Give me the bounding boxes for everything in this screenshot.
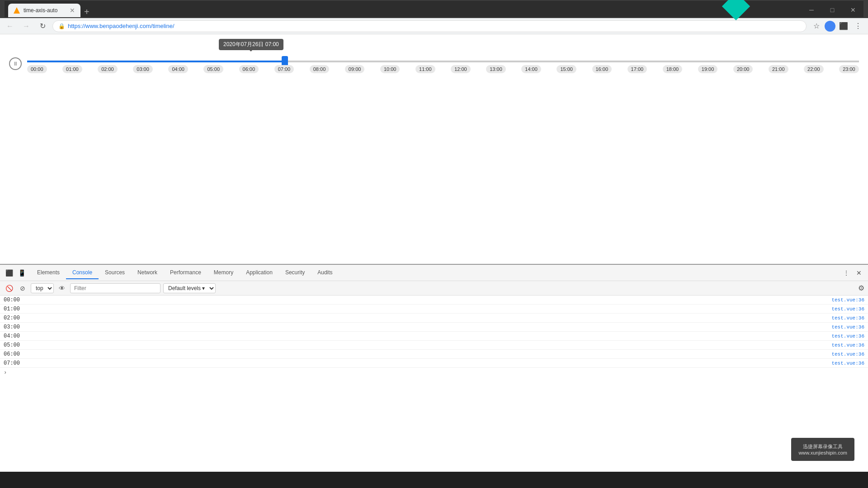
log-source[interactable]: test.vue:36: [831, 361, 864, 366]
prompt-row: ›: [0, 368, 868, 378]
active-tab[interactable]: time-axis-auto ✕: [8, 4, 80, 17]
time-label-0100: 01:00: [62, 65, 82, 73]
refresh-button[interactable]: ↻: [36, 20, 49, 33]
time-label-1700: 17:00: [627, 65, 647, 73]
time-label-0600: 06:00: [239, 65, 259, 73]
log-time: 04:00: [4, 333, 31, 339]
time-label-1900: 19:00: [698, 65, 718, 73]
log-time: 07:00: [4, 360, 31, 366]
time-label-1300: 13:00: [486, 65, 506, 73]
log-time: 05:00: [4, 342, 31, 348]
remaining-line: [285, 61, 859, 62]
clear-console-button[interactable]: 🚫: [4, 283, 14, 294]
time-label-2100: 21:00: [769, 65, 788, 73]
minimize-button[interactable]: ─: [801, 1, 822, 19]
log-row: 02:00test.vue:36: [0, 314, 868, 323]
log-row: 07:00test.vue:36: [0, 359, 868, 368]
devtools-tab-elements[interactable]: Elements: [31, 267, 66, 279]
devtools-tab-performance[interactable]: Performance: [164, 267, 208, 279]
log-time: 06:00: [4, 351, 31, 357]
device-toolbar-button[interactable]: 📱: [16, 267, 27, 278]
devtools-tail-icons: ⋮ ✕: [841, 267, 864, 278]
log-source[interactable]: test.vue:36: [831, 333, 864, 339]
devtools-panel: ⬛ 📱 ElementsConsoleSourcesNetworkPerform…: [0, 264, 868, 472]
devtools-tab-memory[interactable]: Memory: [208, 267, 240, 279]
new-tab-button[interactable]: +: [80, 7, 93, 17]
time-label-1200: 12:00: [451, 65, 471, 73]
devtools-tab-sources[interactable]: Sources: [99, 267, 131, 279]
level-select[interactable]: Default levels ▾: [163, 283, 216, 293]
play-pause-icon: ⏸: [13, 61, 18, 67]
timeline-area: 2020年07月26日 07:00 ⏸ 00:0001:0002:0003:00…: [0, 34, 868, 84]
devtools-more-button[interactable]: ⋮: [841, 267, 852, 278]
tab-favicon: [14, 7, 20, 14]
tab-close-button[interactable]: ✕: [70, 7, 75, 14]
timeline-tooltip: 2020年07月26日 07:00: [219, 39, 283, 50]
play-pause-button[interactable]: ⏸: [9, 57, 22, 70]
timeline-track[interactable]: 00:0001:0002:0003:0004:0005:0006:0007:00…: [27, 52, 859, 75]
time-label-0500: 05:00: [203, 65, 223, 73]
bookmark-button[interactable]: ☆: [810, 20, 823, 33]
devtools-tab-network[interactable]: Network: [131, 267, 164, 279]
log-time: 01:00: [4, 306, 31, 312]
time-label-0300: 03:00: [133, 65, 153, 73]
devtools-tab-audits[interactable]: Audits: [311, 267, 339, 279]
console-settings-button[interactable]: ⚙: [858, 284, 864, 292]
url-text: https://www.benpaodehenji.com/timeline/: [68, 23, 175, 29]
log-time: 02:00: [4, 315, 31, 321]
prompt-arrow: ›: [4, 370, 7, 376]
profile-avatar[interactable]: [825, 21, 835, 32]
context-select[interactable]: top: [31, 283, 54, 293]
log-source[interactable]: test.vue:36: [831, 315, 864, 321]
console-filter-button[interactable]: ⊘: [17, 283, 28, 294]
log-source[interactable]: test.vue:36: [831, 352, 864, 357]
inspect-button[interactable]: ⬛: [4, 267, 14, 278]
log-source[interactable]: test.vue:36: [831, 324, 864, 330]
watermark-diamond: [726, 0, 746, 16]
tab-title: time-axis-auto: [24, 7, 57, 14]
close-button[interactable]: ✕: [843, 1, 863, 19]
log-time: 00:00: [4, 297, 31, 303]
url-bar[interactable]: 🔒 https://www.benpaodehenji.com/timeline…: [52, 20, 807, 32]
log-source[interactable]: test.vue:36: [831, 343, 864, 348]
time-label-2300: 23:00: [839, 65, 859, 73]
devtools-tabs-list: ElementsConsoleSourcesNetworkPerformance…: [31, 267, 339, 279]
window-controls: ─ □ ✕: [801, 1, 863, 19]
devtools-close-button[interactable]: ✕: [854, 267, 864, 278]
watermark-overlay: 迅捷屏幕录像工具 www.xunjieshipin.com: [791, 438, 854, 461]
log-row: 03:00test.vue:36: [0, 323, 868, 332]
filter-input[interactable]: [70, 283, 160, 293]
log-rows-container: 00:00test.vue:3601:00test.vue:3602:00tes…: [0, 296, 868, 368]
forward-button[interactable]: →: [20, 20, 33, 33]
devtools-left-icons: ⬛ 📱: [4, 267, 27, 278]
eye-button[interactable]: 👁: [57, 283, 67, 294]
log-row: 05:00test.vue:36: [0, 341, 868, 350]
extensions-button[interactable]: ⬛: [837, 20, 850, 33]
toolbar-icons: ☆ ⬛ ⋮: [810, 20, 864, 33]
back-button[interactable]: ←: [4, 20, 16, 33]
maximize-button[interactable]: □: [822, 1, 843, 19]
log-source[interactable]: test.vue:36: [831, 306, 864, 312]
time-label-1600: 16:00: [592, 65, 612, 73]
watermark-line2: www.xunjieshipin.com: [798, 450, 847, 455]
time-label-2000: 20:00: [733, 65, 753, 73]
time-label-2200: 22:00: [804, 65, 824, 73]
time-label-0000: 00:00: [27, 65, 47, 73]
time-label-1500: 15:00: [557, 65, 576, 73]
tooltip-text: 2020年07月26日 07:00: [223, 41, 279, 47]
console-toolbar: 🚫 ⊘ top 👁 Default levels ▾ ⚙: [0, 281, 868, 296]
page-content: 2020年07月26日 07:00 ⏸ 00:0001:0002:0003:00…: [0, 34, 868, 264]
time-label-1100: 11:00: [415, 65, 435, 73]
title-bar: time-axis-auto ✕ + ─ □ ✕: [0, 0, 868, 18]
devtools-tab-security[interactable]: Security: [279, 267, 311, 279]
time-labels: 00:0001:0002:0003:0004:0005:0006:0007:00…: [27, 65, 859, 73]
log-row: 00:00test.vue:36: [0, 296, 868, 305]
watermark-line1: 迅捷屏幕录像工具: [798, 443, 847, 450]
menu-button[interactable]: ⋮: [852, 20, 864, 33]
devtools-tab-application[interactable]: Application: [240, 267, 279, 279]
tabs-bar: time-axis-auto ✕ + ─ □ ✕: [5, 1, 863, 17]
time-label-0400: 04:00: [168, 65, 188, 73]
devtools-tab-console[interactable]: Console: [66, 267, 99, 279]
log-source[interactable]: test.vue:36: [831, 297, 864, 303]
console-log: 00:00test.vue:3601:00test.vue:3602:00tes…: [0, 296, 868, 472]
